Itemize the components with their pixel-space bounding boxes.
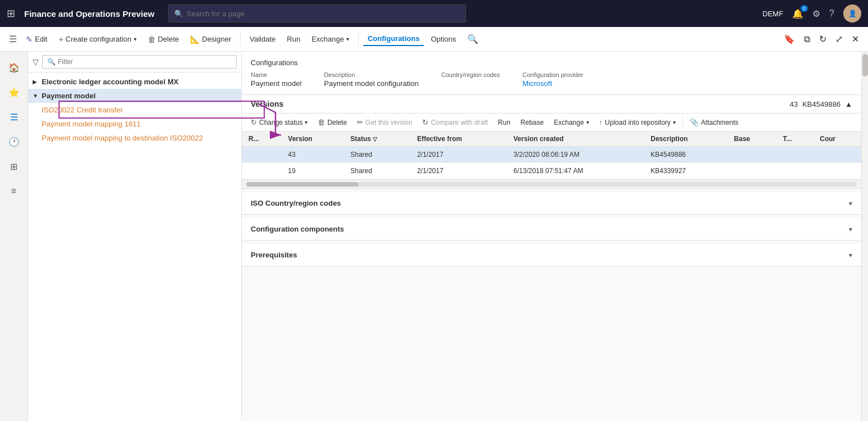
iso-chevron-icon: ▾ [849, 200, 852, 207]
versions-exchange-button[interactable]: Exchange ▾ [549, 116, 593, 129]
name-field: Name Payment model [251, 71, 301, 88]
avatar[interactable]: 👤 [843, 4, 861, 22]
bookmark-icon[interactable]: 🔖 [781, 31, 797, 47]
filter-input[interactable] [58, 58, 232, 66]
components-section: Configuration components ▾ [242, 218, 861, 241]
toolbar-divider-2 [358, 33, 359, 46]
expand-icon[interactable]: ⤢ [833, 31, 845, 47]
components-header[interactable]: Configuration components ▾ [242, 218, 861, 240]
copy-icon[interactable]: ⧉ [802, 32, 812, 47]
cell-created: 3/2/2020 08:06:19 AM [507, 147, 644, 163]
gear-icon[interactable]: ⚙ [812, 8, 820, 19]
change-status-button[interactable]: ↻ Change status ▾ [246, 116, 312, 129]
exchange-small-chevron: ▾ [586, 119, 589, 125]
configurations-tab[interactable]: Configurations [363, 32, 424, 46]
scrollbar-thumb[interactable] [246, 182, 359, 187]
col-version[interactable]: Version [281, 132, 343, 147]
tree-item-payment-mapping-iso[interactable]: Payment model mapping to destination ISO… [28, 131, 241, 145]
cell-t [776, 147, 813, 163]
cell-effective: 2/1/2017 [410, 147, 507, 163]
validate-button[interactable]: Validate [245, 33, 280, 46]
app-grid-icon[interactable]: ⊞ [7, 7, 15, 20]
collapse-versions-icon[interactable]: ▲ [845, 100, 852, 108]
designer-icon: 📐 [190, 35, 200, 44]
breadcrumb: Configurations [251, 58, 852, 67]
search-bar[interactable]: 🔍 [168, 4, 466, 22]
designer-button[interactable]: 📐 Designer [186, 33, 236, 46]
toolbar-search-icon[interactable]: 🔍 [467, 34, 478, 44]
sidebar-home-icon[interactable]: 🏠 [3, 56, 25, 79]
run-button[interactable]: Run [282, 33, 305, 46]
bell-icon[interactable]: 🔔 0 [792, 8, 803, 19]
close-icon[interactable]: ✕ [849, 31, 861, 47]
sidebar-grid-icon[interactable]: ⊞ [3, 155, 25, 178]
cell-cour [813, 163, 861, 179]
cell-desc: KB4549886 [644, 147, 727, 163]
cell-base [727, 163, 776, 179]
tree-item-payment-mapping-1611[interactable]: Payment model mapping 1611 [28, 117, 241, 131]
toolbar-divider-1 [240, 33, 241, 46]
components-chevron-icon: ▾ [849, 225, 852, 233]
tree-item-label: Payment model mapping to destination ISO… [42, 134, 237, 142]
prerequisites-chevron-icon: ▾ [849, 251, 852, 259]
tree-item-label: Payment model mapping 1611 [42, 120, 237, 128]
horizontal-scrollbar[interactable] [242, 179, 861, 188]
upload-button[interactable]: ↑ Upload into repository ▾ [595, 116, 680, 129]
provider-value[interactable]: Microsoft [522, 79, 583, 88]
table-row[interactable]: 19 Shared 2/1/2017 6/13/2018 07:51:47 AM… [242, 163, 861, 179]
edit-button[interactable]: ✎ Edit [21, 33, 52, 46]
vertical-scroll-thumb[interactable] [862, 54, 868, 76]
sidebar-icons: 🏠 ⭐ ☰ 🕐 ⊞ ≡ [0, 52, 28, 421]
sidebar-list-icon[interactable]: ≡ [3, 180, 25, 202]
versions-header: Versions 43 KB4549886 ▲ [242, 95, 861, 114]
versions-run-button[interactable]: Run [494, 116, 515, 129]
versions-delete-button[interactable]: 🗑 Delete [313, 116, 351, 129]
tree-panel: ▽ 🔍 ▶ Electronic ledger accounting model… [28, 52, 242, 421]
create-config-button[interactable]: + Create configuration ▾ [54, 33, 141, 46]
provider-label: Configuration provider [522, 71, 583, 78]
cell-version: 43 [281, 147, 343, 163]
upload-chevron: ▾ [673, 119, 676, 125]
config-header: Configurations Name Payment model Descri… [242, 52, 861, 95]
app-title: Finance and Operations Preview [24, 9, 155, 19]
refresh-small-icon: ↻ [251, 118, 257, 126]
cell-created: 6/13/2018 07:51:47 AM [507, 163, 644, 179]
iso-title: ISO Country/region codes [251, 199, 341, 207]
tree-item-iso20022[interactable]: ISO20022 Credit transfer [28, 103, 241, 117]
table-row[interactable]: 43 Shared 2/1/2017 3/2/2020 08:06:19 AM … [242, 147, 861, 163]
col-r: R... [242, 132, 281, 147]
delete-button[interactable]: 🗑 Delete [143, 33, 184, 46]
versions-table-wrapper: R... Version Status ▽ Effective from Ver… [242, 132, 861, 179]
prerequisites-header[interactable]: Prerequisites ▾ [242, 244, 861, 266]
question-icon[interactable]: ? [829, 8, 834, 19]
get-version-button[interactable]: ✏ Get this version [352, 116, 417, 129]
compare-button[interactable]: ↻ Compare with draft [418, 116, 492, 129]
tree-item-electronic-ledger[interactable]: ▶ Electronic ledger accounting model MX [28, 75, 241, 89]
exchange-button[interactable]: Exchange ▾ [307, 33, 354, 46]
col-status[interactable]: Status ▽ [343, 132, 410, 147]
filter-icon[interactable]: ▽ [33, 57, 39, 66]
sidebar-star-icon[interactable]: ⭐ [3, 81, 25, 103]
search-input[interactable] [187, 10, 460, 18]
iso-header[interactable]: ISO Country/region codes ▾ [242, 192, 861, 214]
table-header-row: R... Version Status ▽ Effective from Ver… [242, 132, 861, 147]
options-tab[interactable]: Options [426, 33, 460, 46]
kb-value: KB4549886 [802, 100, 840, 108]
tree-item-payment-model[interactable]: ▼ Payment model [28, 89, 241, 103]
name-value: Payment model [251, 79, 301, 88]
attachments-button[interactable]: 📎 Attachments [685, 116, 743, 129]
refresh-icon[interactable]: ↻ [817, 31, 829, 47]
plus-icon: + [58, 35, 63, 44]
cell-r [242, 163, 281, 179]
rebase-button[interactable]: Rebase [516, 116, 548, 129]
sidebar-clock-icon[interactable]: 🕐 [3, 130, 25, 153]
hamburger-icon[interactable]: ☰ [7, 31, 19, 47]
filter-input-wrapper[interactable]: 🔍 [42, 55, 237, 69]
paperclip-icon: 📎 [690, 118, 699, 126]
vertical-scrollbar[interactable] [861, 52, 868, 421]
sidebar-menu-icon[interactable]: ☰ [3, 106, 25, 128]
versions-table: R... Version Status ▽ Effective from Ver… [242, 132, 861, 179]
version-number: 43 [790, 100, 798, 108]
iso-section: ISO Country/region codes ▾ [242, 192, 861, 215]
exchange-chevron-icon: ▾ [346, 36, 349, 42]
